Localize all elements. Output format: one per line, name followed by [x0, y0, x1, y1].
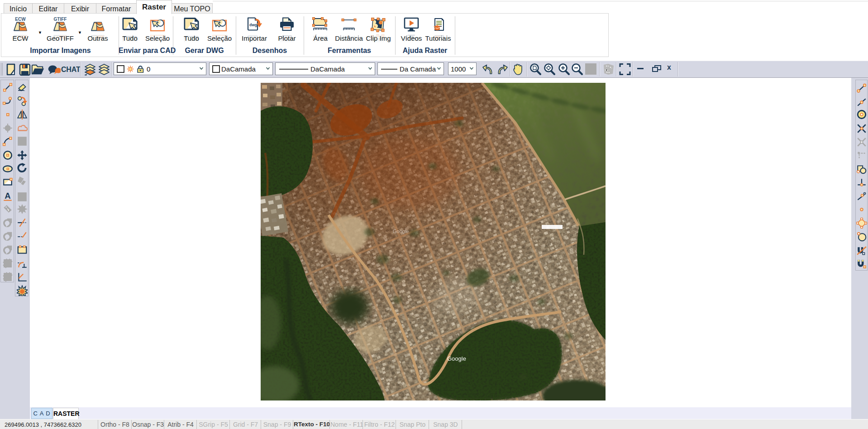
- svg-text:ECW: ECW: [15, 17, 26, 22]
- svg-text:ECW: ECW: [15, 44, 26, 49]
- svg-text:GTIFF: GTIFF: [54, 17, 67, 22]
- svg-text:GTIFF: GTIFF: [54, 44, 67, 49]
- svg-text:dwg: dwg: [249, 23, 257, 27]
- svg-text:Google: Google: [393, 229, 409, 234]
- svg-text:A: A: [5, 191, 10, 200]
- svg-text:Google: Google: [447, 355, 466, 362]
